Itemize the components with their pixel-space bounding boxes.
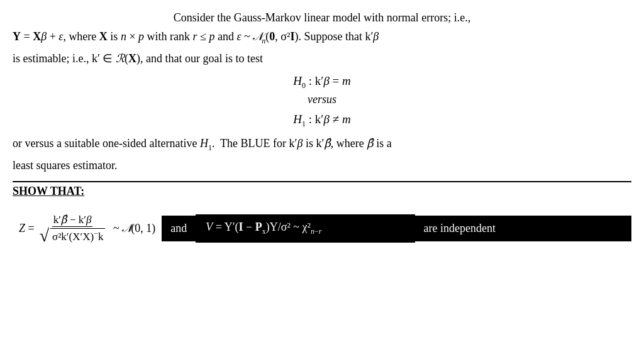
and-label: and xyxy=(170,222,187,235)
z-denominator: √ σ²k′(X′X)−k xyxy=(38,227,107,245)
bottom-row: Z = k′β̂ − k′β √ σ²k′(X′X)−k ~ 𝒩(0, 1) a… xyxy=(13,207,631,251)
show-that-section: SHOW THAT: xyxy=(13,181,631,203)
v-formula-text: V = Y′(I − Px)Y/σ² ~ χ²n−r xyxy=(206,221,321,236)
page: Consider the Gauss-Markov linear model w… xyxy=(0,0,644,352)
z-numerator: k′β̂ − k′β xyxy=(52,213,93,227)
versus-label: versus xyxy=(308,93,336,106)
show-that-label: SHOW THAT: xyxy=(13,185,84,198)
intro-line: Consider the Gauss-Markov linear model w… xyxy=(13,11,631,25)
z-formula-box: Z = k′β̂ − k′β √ σ²k′(X′X)−k ~ 𝒩(0, 1) xyxy=(13,207,162,251)
sqrt-content: σ²k′(X′X)−k xyxy=(50,228,105,243)
z-dist: ~ 𝒩(0, 1) xyxy=(110,222,155,235)
body-line2: is estimable; i.e., k′ ∈ ℛ(X), and that … xyxy=(13,50,631,68)
z-variable: Z = xyxy=(19,222,35,235)
are-independent-box: are independent xyxy=(415,216,631,241)
sqrt-symbol: √ xyxy=(40,227,49,245)
are-independent-text: are independent xyxy=(424,222,496,235)
versus-text: versus xyxy=(13,93,631,106)
z-fraction: k′β̂ − k′β √ σ²k′(X′X)−k xyxy=(38,213,107,245)
intro-text: Consider the Gauss-Markov linear model w… xyxy=(174,11,470,24)
and-box: and xyxy=(162,216,196,241)
sqrt-wrapper: √ σ²k′(X′X)−k xyxy=(40,227,106,245)
body-line1: Y = Xβ + ε, where X is n × p with rank r… xyxy=(13,28,631,47)
h1-formula: H1 : k′β ≠ m xyxy=(13,113,631,129)
alt-line2: least squares estimator. xyxy=(13,157,631,175)
v-formula-box: V = Y′(I − Px)Y/σ² ~ χ²n−r xyxy=(196,214,414,243)
alt-line1: or versus a suitable one-sided alternati… xyxy=(13,135,631,153)
h0-formula: H0 : k′β = m xyxy=(13,74,631,91)
